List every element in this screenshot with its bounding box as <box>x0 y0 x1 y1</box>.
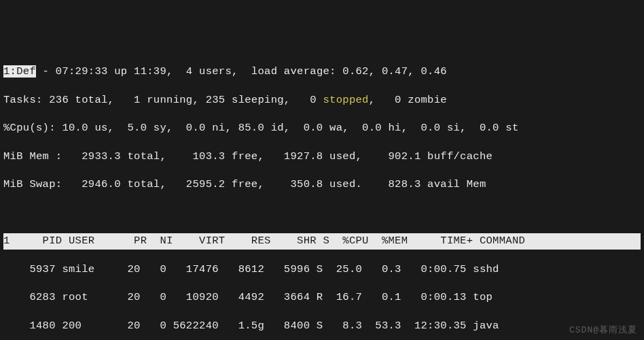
process-row[interactable]: 6283 root 20 0 10920 4492 3664 R 16.7 0.… <box>3 290 641 306</box>
watermark: CSDN@暮雨浅夏 <box>569 324 637 336</box>
terminal-top-output: 1:Def - 07:29:33 up 11:39, 4 users, load… <box>0 49 644 340</box>
tasks-line: Tasks: 236 total, 1 running, 235 sleepin… <box>3 92 641 109</box>
blank-line <box>3 205 641 222</box>
process-row[interactable]: 5937 smile 20 0 17476 8612 5996 S 25.0 0… <box>3 262 641 278</box>
stopped-label: stopped <box>323 94 368 106</box>
process-row[interactable]: 1480 200 20 0 5622240 1.5g 8400 S 8.3 53… <box>3 318 641 335</box>
uptime-line: 1:Def - 07:29:33 up 11:39, 4 users, load… <box>3 64 641 80</box>
uptime-text: - 07:29:33 up 11:39, 4 users, load avera… <box>36 65 447 78</box>
cpu-line: %Cpu(s): 10.0 us, 5.0 sy, 0.0 ni, 85.0 i… <box>3 120 641 137</box>
pane1-header: 1 PID USER PR NI VIRT RES SHR S %CPU %ME… <box>3 233 641 250</box>
mem-line: MiB Mem : 2933.3 total, 103.3 free, 1927… <box>3 149 641 165</box>
swap-line: MiB Swap: 2946.0 total, 2595.2 free, 350… <box>3 177 641 193</box>
window-label: 1:Def <box>3 65 36 78</box>
